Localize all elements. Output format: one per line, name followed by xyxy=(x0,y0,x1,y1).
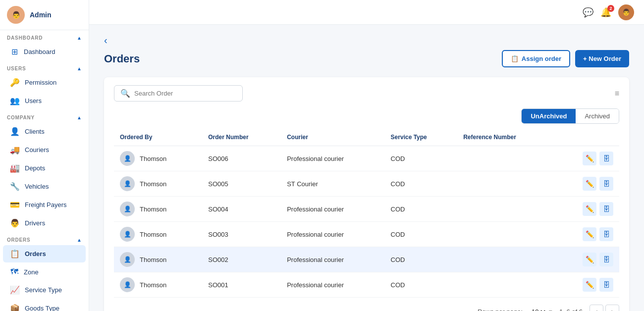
sidebar-item-label: Permission xyxy=(25,79,56,86)
table-row: 👤 Thomson SO004 Professional courier COD… xyxy=(114,197,619,222)
row-avatar: 👤 xyxy=(120,227,135,242)
sidebar-item-depots[interactable]: 🏭 Depots xyxy=(3,159,86,177)
cell-actions: ✏️ 🗄 xyxy=(555,272,619,298)
orders-table: Ordered By Order Number Courier Service … xyxy=(114,129,619,298)
sidebar-item-zone[interactable]: 🗺 Zone xyxy=(3,263,86,280)
sidebar-item-dashboard[interactable]: ⊞ Dashboard xyxy=(3,43,86,60)
page-title: Orders xyxy=(104,52,140,65)
col-service-type: Service Type xyxy=(385,129,458,146)
sidebar-item-label: Orders xyxy=(25,250,46,258)
edit-button[interactable]: ✏️ xyxy=(583,227,596,241)
archive-button[interactable]: 🗄 xyxy=(599,253,613,266)
archive-button[interactable]: 🗄 xyxy=(599,152,613,165)
filter-icon[interactable]: ≡ xyxy=(615,89,619,98)
cell-order-number: SO004 xyxy=(202,197,281,222)
clients-icon: 👤 xyxy=(10,127,20,136)
sidebar: 👨 Admin DASHBOARD ▲ ⊞ Dashboard USERS ▲ … xyxy=(0,0,89,311)
sidebar-item-label: Service Type xyxy=(25,286,62,294)
cell-reference xyxy=(457,197,555,222)
tab-unarchived[interactable]: UnArchived xyxy=(522,109,576,123)
cell-courier: ST Courier xyxy=(281,171,384,197)
assign-order-button[interactable]: 📋 Assign order xyxy=(502,50,570,67)
sidebar-item-freight-payers[interactable]: 💳 Freight Payers xyxy=(3,196,86,213)
edit-button[interactable]: ✏️ xyxy=(583,253,596,266)
pagination-row: Rows per page: 10 25 50 ▾ 1–6 of 6 ‹ › xyxy=(114,298,619,311)
cell-courier: Professional courier xyxy=(281,197,384,222)
permission-icon: 🔑 xyxy=(10,78,20,87)
cell-actions: ✏️ 🗄 xyxy=(555,197,619,222)
archive-button[interactable]: 🗄 xyxy=(599,278,613,292)
avatar: 👨 xyxy=(7,6,25,24)
freight-payers-icon: 💳 xyxy=(10,200,20,209)
tab-row: UnArchived Archived xyxy=(114,108,619,124)
dashboard-section-label: DASHBOARD xyxy=(7,35,43,41)
search-box[interactable]: 🔍 xyxy=(114,85,243,102)
edit-button[interactable]: ✏️ xyxy=(583,202,596,216)
page-nav: ‹ xyxy=(104,35,629,46)
sidebar-item-clients[interactable]: 👤 Clients xyxy=(3,123,86,140)
sidebar-item-drivers[interactable]: 👨 Drivers xyxy=(3,214,86,232)
page-info: 1–6 of 6 xyxy=(559,308,583,311)
cell-reference xyxy=(457,272,555,298)
dashboard-section-header: DASHBOARD ▲ xyxy=(0,30,89,43)
cell-courier: Professional courier xyxy=(281,222,384,247)
tab-archived[interactable]: Archived xyxy=(576,109,619,123)
zone-icon: 🗺 xyxy=(10,267,19,276)
sidebar-item-label: Freight Payers xyxy=(25,201,67,208)
table-row: 👤 Thomson SO002 Professional courier COD… xyxy=(114,247,619,272)
edit-button[interactable]: ✏️ xyxy=(583,152,596,165)
cell-reference xyxy=(457,171,555,197)
orders-section-header: ORDERS ▲ xyxy=(0,232,89,245)
users-section-label: USERS xyxy=(7,66,26,71)
cell-courier: Professional courier xyxy=(281,272,384,298)
sidebar-item-vehicles[interactable]: 🔧 Vehicles xyxy=(3,178,86,195)
sidebar-item-label: Zone xyxy=(24,268,39,276)
sidebar-item-goods-type[interactable]: 📦 Goods Type xyxy=(3,300,86,311)
sidebar-item-label: Goods Type xyxy=(25,305,59,311)
table-row: 👤 Thomson SO003 Professional courier COD… xyxy=(114,222,619,247)
sidebar-item-orders[interactable]: 📋 Orders xyxy=(3,245,86,262)
prev-page-button[interactable]: ‹ xyxy=(590,305,603,311)
row-avatar: 👤 xyxy=(120,277,135,292)
company-chevron-icon[interactable]: ▲ xyxy=(77,115,82,120)
topbar-avatar[interactable]: 👨 xyxy=(618,4,634,20)
page-nav-buttons: ‹ › xyxy=(590,305,619,311)
edit-button[interactable]: ✏️ xyxy=(583,177,596,191)
edit-button[interactable]: ✏️ xyxy=(583,278,596,292)
col-courier: Courier xyxy=(281,129,384,146)
archive-button[interactable]: 🗄 xyxy=(599,202,613,216)
search-input[interactable] xyxy=(134,90,236,97)
cell-actions: ✏️ 🗄 xyxy=(555,222,619,247)
sidebar-item-label: Dashboard xyxy=(24,48,55,55)
cell-order-number: SO005 xyxy=(202,171,281,197)
notification-icon[interactable]: 🔔 2 xyxy=(600,7,611,18)
chat-icon[interactable]: 💬 xyxy=(583,7,593,18)
dashboard-chevron-icon[interactable]: ▲ xyxy=(77,35,82,41)
cell-reference xyxy=(457,146,555,171)
cell-ordered-by: 👤 Thomson xyxy=(114,171,202,197)
table-header: Ordered By Order Number Courier Service … xyxy=(114,129,619,146)
action-buttons: 📋 Assign order + New Order xyxy=(502,50,629,67)
sidebar-item-couriers[interactable]: 🚚 Couriers xyxy=(3,141,86,158)
row-avatar: 👤 xyxy=(120,176,135,191)
sidebar-item-label: Users xyxy=(25,97,42,104)
table-row: 👤 Thomson SO005 ST Courier COD ✏️ 🗄 xyxy=(114,171,619,197)
orders-section-label: ORDERS xyxy=(7,237,31,243)
users-chevron-icon[interactable]: ▲ xyxy=(77,66,82,71)
sidebar-item-permission[interactable]: 🔑 Permission xyxy=(3,74,86,91)
col-order-number: Order Number xyxy=(202,129,281,146)
archive-button[interactable]: 🗄 xyxy=(599,177,613,191)
back-button[interactable]: ‹ xyxy=(104,35,107,46)
rows-per-page-select[interactable]: 10 25 50 ▾ xyxy=(530,308,552,311)
new-order-button[interactable]: + New Order xyxy=(575,50,629,67)
archive-button[interactable]: 🗄 xyxy=(599,227,613,241)
orders-chevron-icon[interactable]: ▲ xyxy=(77,237,82,243)
rows-select-input[interactable]: 10 25 50 xyxy=(530,308,547,311)
cell-service-type: COD xyxy=(385,222,458,247)
sidebar-item-service-type[interactable]: 📈 Service Type xyxy=(3,281,86,299)
row-avatar: 👤 xyxy=(120,202,135,216)
sidebar-item-users[interactable]: 👥 Users xyxy=(3,92,86,109)
sidebar-item-label: Couriers xyxy=(25,146,49,154)
next-page-button[interactable]: › xyxy=(605,305,619,311)
tab-group: UnArchived Archived xyxy=(521,108,619,124)
